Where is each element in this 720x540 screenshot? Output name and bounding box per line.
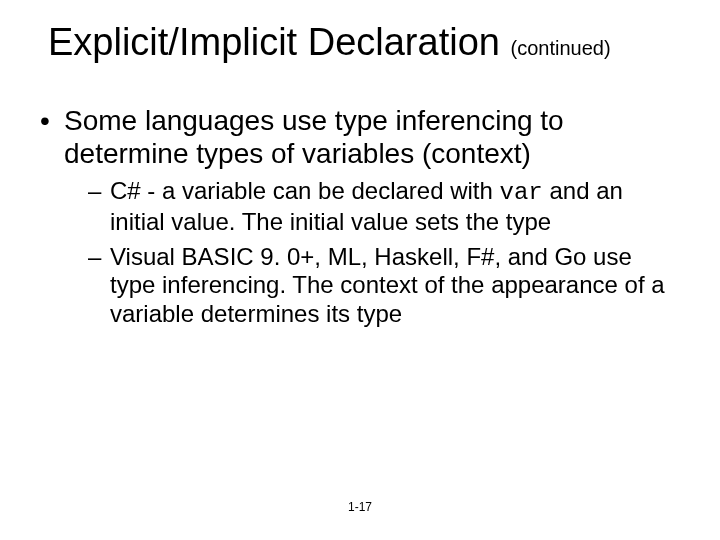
bullet-text: Some languages use type inferencing to d…: [64, 105, 564, 170]
sub-bullet-item: C# - a variable can be declared with var…: [88, 177, 672, 237]
bullet-list: Some languages use type inferencing to d…: [36, 104, 672, 329]
slide-title: Explicit/Implicit Declaration (continued…: [48, 22, 672, 64]
slide-number: 1-17: [0, 500, 720, 514]
title-suffix: (continued): [510, 37, 610, 59]
code-keyword-var: var: [500, 179, 543, 206]
sub-bullet-text-a: C# - a variable can be declared with: [110, 177, 500, 204]
sub-bullet-text: Visual BASIC 9. 0+, ML, Haskell, F#, and…: [110, 243, 665, 328]
bullet-item: Some languages use type inferencing to d…: [36, 104, 672, 329]
slide: Explicit/Implicit Declaration (continued…: [0, 0, 720, 540]
sub-bullet-item: Visual BASIC 9. 0+, ML, Haskell, F#, and…: [88, 243, 672, 329]
sub-bullet-list: C# - a variable can be declared with var…: [88, 177, 672, 329]
title-main: Explicit/Implicit Declaration: [48, 21, 510, 63]
